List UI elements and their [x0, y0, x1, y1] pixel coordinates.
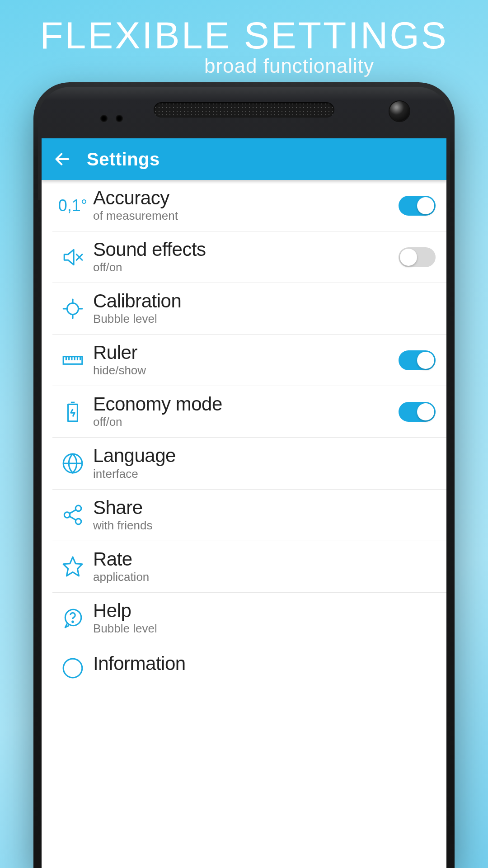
svg-point-21 — [75, 519, 81, 524]
setting-row-rate[interactable]: Rate application — [52, 541, 446, 593]
app-actionbar: Settings — [42, 138, 446, 180]
setting-row-calibration[interactable]: Calibration Bubble level — [52, 283, 446, 335]
setting-row-language[interactable]: Language interface — [52, 438, 446, 489]
sound-toggle[interactable] — [399, 247, 436, 267]
mute-icon — [52, 246, 93, 269]
economy-toggle[interactable] — [399, 402, 436, 422]
setting-title: Language — [93, 446, 442, 466]
setting-subtitle: off/on — [93, 260, 399, 274]
setting-subtitle: Bubble level — [93, 622, 442, 636]
setting-row-sound[interactable]: Sound effects off/on — [52, 231, 446, 283]
setting-title: Sound effects — [93, 240, 399, 259]
setting-row-accuracy[interactable]: 0,1° Accuracy of measurement — [52, 180, 446, 231]
target-icon — [52, 297, 93, 320]
svg-line-22 — [70, 510, 76, 514]
setting-subtitle: hide/show — [93, 363, 399, 377]
setting-title: Accuracy — [93, 188, 399, 208]
app-screen: Settings 0,1° Accuracy of measurement — [42, 138, 446, 868]
setting-subtitle: interface — [93, 467, 442, 481]
actionbar-title: Settings — [87, 149, 160, 170]
device-earpiece — [154, 102, 334, 118]
battery-icon — [52, 401, 93, 423]
setting-row-help[interactable]: Help Bubble level — [52, 593, 446, 644]
setting-title: Information — [93, 654, 442, 674]
setting-subtitle: application — [93, 570, 442, 584]
setting-title: Calibration — [93, 291, 442, 311]
setting-title: Share — [93, 498, 442, 518]
device-camera — [389, 101, 409, 121]
share-icon — [52, 504, 93, 526]
ruler-toggle[interactable] — [399, 350, 436, 370]
svg-marker-24 — [63, 557, 82, 576]
setting-title: Rate — [93, 549, 442, 569]
svg-point-19 — [75, 505, 81, 511]
star-icon — [52, 555, 93, 578]
setting-title: Economy mode — [93, 394, 399, 414]
info-icon — [52, 652, 93, 675]
promo-subtitle: broad functionality — [90, 55, 488, 77]
setting-title: Ruler — [93, 343, 399, 363]
setting-row-economy[interactable]: Economy mode off/on — [52, 386, 446, 438]
accuracy-toggle[interactable] — [399, 196, 436, 216]
svg-marker-1 — [64, 250, 74, 264]
accuracy-icon: 0,1° — [52, 196, 93, 215]
help-icon — [52, 607, 93, 629]
setting-row-share[interactable]: Share with friends — [52, 490, 446, 541]
ruler-icon — [52, 349, 93, 372]
promo-headline: FLEXIBLE SETTINGS broad functionality — [0, 0, 488, 77]
svg-line-23 — [70, 516, 76, 520]
setting-subtitle: of measurement — [93, 209, 399, 223]
svg-point-4 — [67, 303, 79, 314]
svg-point-26 — [63, 659, 82, 678]
globe-icon — [52, 452, 93, 475]
setting-row-ruler[interactable]: Ruler hide/show — [52, 335, 446, 386]
setting-subtitle: off/on — [93, 415, 399, 429]
setting-row-information[interactable]: Information — [52, 644, 446, 675]
svg-point-20 — [64, 512, 70, 518]
device-frame: Settings 0,1° Accuracy of measurement — [33, 82, 455, 868]
setting-subtitle: Bubble level — [93, 312, 442, 326]
settings-list: 0,1° Accuracy of measurement — [42, 180, 446, 675]
setting-subtitle: with friends — [93, 519, 442, 533]
promo-title: FLEXIBLE SETTINGS — [0, 14, 488, 57]
setting-title: Help — [93, 601, 442, 621]
back-icon[interactable] — [53, 150, 71, 168]
svg-point-25 — [72, 621, 74, 623]
device-sensors — [100, 115, 123, 122]
